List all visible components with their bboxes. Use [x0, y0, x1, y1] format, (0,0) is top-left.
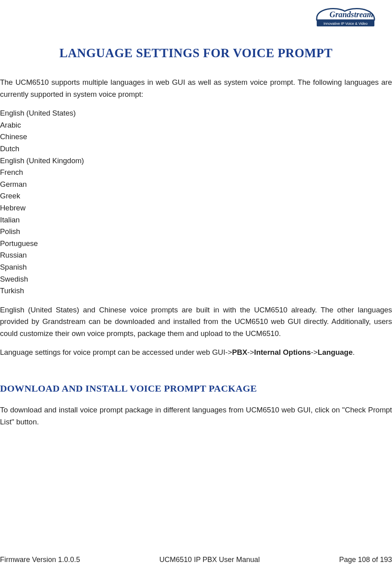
list-item: Arabic: [0, 119, 392, 131]
logo-brand-text: Grandstream: [330, 10, 373, 19]
list-item: Hebrew: [0, 202, 392, 214]
list-item: Italian: [0, 214, 392, 226]
nav-separator: ->: [247, 348, 254, 356]
list-item: Chinese: [0, 131, 392, 143]
footer-page-number: Page 108 of 193: [339, 556, 392, 564]
language-list: English (United States) Arabic Chinese D…: [0, 107, 392, 297]
nav-path-segment: PBX: [232, 348, 247, 356]
nav-prefix: Language settings for voice prompt can b…: [0, 348, 232, 356]
footer-firmware-version: Firmware Version 1.0.0.5: [0, 556, 80, 564]
list-item: English (United Kingdom): [0, 155, 392, 167]
list-item: English (United States): [0, 107, 392, 119]
nav-suffix: .: [353, 348, 355, 356]
brand-logo: Grandstream Innovative IP Voice & Video: [314, 4, 378, 30]
list-item: Turkish: [0, 285, 392, 297]
list-item: Russian: [0, 249, 392, 261]
intro-paragraph: The UCM6510 supports multiple languages …: [0, 76, 392, 100]
list-item: Spanish: [0, 261, 392, 273]
page-footer: Firmware Version 1.0.0.5 UCM6510 IP PBX …: [0, 556, 392, 564]
list-item: German: [0, 178, 392, 190]
body-paragraph: To download and install voice prompt pac…: [0, 404, 392, 428]
logo-tagline: Innovative IP Voice & Video: [324, 22, 368, 26]
list-item: Swedish: [0, 273, 392, 285]
body-paragraph: English (United States) and Chinese voic…: [0, 304, 392, 340]
list-item: Portuguese: [0, 238, 392, 250]
page-title: LANGUAGE SETTINGS FOR VOICE PROMPT: [0, 46, 392, 60]
nav-path-segment: Language: [318, 348, 352, 356]
list-item: Greek: [0, 190, 392, 202]
nav-path-segment: Internal Options: [254, 348, 311, 356]
list-item: Polish: [0, 226, 392, 238]
navigation-paragraph: Language settings for voice prompt can b…: [0, 346, 392, 358]
list-item: Dutch: [0, 143, 392, 155]
section-heading: DOWNLOAD AND INSTALL VOICE PROMPT PACKAG…: [0, 381, 392, 396]
nav-separator: ->: [311, 348, 318, 356]
footer-document-title: UCM6510 IP PBX User Manual: [159, 556, 260, 564]
list-item: French: [0, 166, 392, 178]
